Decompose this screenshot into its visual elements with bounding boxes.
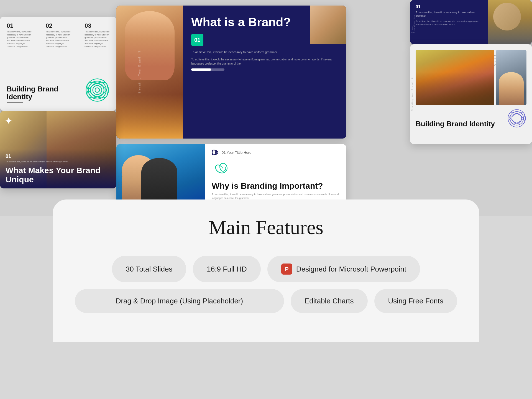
slide-buildright-footer: Building Brand Identity: [416, 109, 526, 128]
badge-full-hd: 16:9 Full HD: [193, 256, 261, 282]
slide-topright-text2: To achieve this, it would be necessary t…: [416, 20, 482, 26]
slide-why-title: Why is Branding Important?: [212, 181, 340, 190]
slide-why-logo: 01.Your Tittle Here: [212, 150, 340, 155]
badge-powerpoint-label: Designed for Microsoft Powerpoint: [296, 265, 406, 273]
slide-why-body: To achieve this, it would be necessary t…: [212, 193, 340, 200]
badge-powerpoint: P Designed for Microsoft Powerpoint: [267, 256, 420, 282]
slide-buildright-photo1: [416, 50, 494, 105]
slide-num-03: 03 To achieve this, it would be necessar…: [85, 22, 110, 48]
badge-total-slides: 30 Total Slides: [112, 256, 186, 282]
svg-point-0: [86, 79, 109, 101]
slide-num-01: 01 To achieve this, it would be necessar…: [7, 22, 32, 48]
features-row-2: Drag & Drop Image (Using Placeholder) Ed…: [75, 289, 457, 313]
slide-side-label: Elevating Your Brand · 3: [138, 50, 141, 93]
svg-point-6: [85, 79, 110, 101]
badge-drag-drop: Drag & Drop Image (Using Placeholder): [75, 289, 284, 313]
slide-brand-small-photo: [310, 6, 346, 44]
slide-why-side-label: Elevating Your Brand · 4: [117, 159, 122, 190]
slide-brand-body2: To achieve this, it would be necessary t…: [191, 57, 338, 66]
bottom-panel: Main Features 30 Total Slides 16:9 Full …: [53, 200, 479, 342]
slide-unique-num: 01: [6, 154, 111, 159]
features-row-1: 30 Total Slides 16:9 Full HD P Designed …: [75, 256, 457, 282]
slide-why-logo-text: 01.Your Tittle Here: [222, 150, 251, 155]
slides-area: 01 To achieve this, it would be necessar…: [0, 0, 532, 216]
progress-bar-fill: [191, 68, 211, 71]
slide-brand-body1: To achieve this, it would be necessary t…: [191, 50, 338, 55]
slide-unique-overlay: 01 To achieve this, it would be necessar…: [0, 149, 116, 188]
slide-brand-content: ✦ What is a Brand? 01 To achieve this, i…: [183, 6, 346, 139]
slide-building-identity: 01 To achieve this, it would be necessar…: [0, 17, 116, 111]
slide-divider: [7, 102, 23, 103]
main-features-title: Main Features: [75, 216, 457, 239]
svg-point-10: [508, 110, 526, 127]
slide-buildright-side-label: Elevating Your Brand · 8: [411, 77, 413, 111]
slide-num-02: 02 To achieve this, it would be necessar…: [46, 22, 71, 48]
slide-buildright-content: 01 To achieve this, it would be necessar…: [410, 44, 532, 144]
badge-editable-charts: Editable Charts: [291, 289, 368, 313]
slide-unique-title: What Makes Your Brand Unique: [6, 166, 111, 184]
slide-nums-row: 01 To achieve this, it would be necessar…: [7, 22, 110, 48]
slide-unique: ✦ 01 To achieve this, it would be necess…: [0, 111, 116, 188]
slide-buildright-title: Building Brand Identity: [416, 120, 495, 128]
slide-why-photo-bg: [116, 144, 205, 205]
slide-what-is-brand: Elevating Your Brand · 3 ✦ What is a Bra…: [116, 6, 346, 139]
badge-free-fonts: Using Free Fonts: [374, 289, 457, 313]
waves-icon: [212, 150, 219, 155]
slide-topright-side-label: Elevating Your Brand: [411, 11, 415, 33]
slide-building-title: Building Brand Identity: [7, 85, 85, 101]
concentric-rings-icon: [85, 78, 110, 103]
slide-topright-photo: [488, 0, 532, 44]
badge-total-slides-label: 30 Total Slides: [126, 265, 173, 273]
slide-unique-num-text: To achieve this, it would be necessary t…: [6, 160, 111, 163]
slide-topright-text1: To achieve this, it would be necessary t…: [416, 11, 482, 17]
slide-topright-content: 01 To achieve this, it would be necessar…: [410, 0, 488, 44]
swirl-icon: [212, 158, 234, 178]
slide-build-right: 01 To achieve this, it would be necessar…: [410, 44, 532, 144]
slide-buildright-photo2: [496, 50, 526, 105]
slide-brand-photo-area: Elevating Your Brand · 3: [116, 6, 183, 139]
slide-topright-num: 01: [416, 4, 482, 9]
slide-buildright-photos: [416, 50, 526, 105]
slide-building-footer: Building Brand Identity: [7, 78, 110, 105]
svg-point-1: [88, 81, 106, 99]
badge-drag-drop-label: Drag & Drop Image (Using Placeholder): [116, 297, 243, 305]
svg-point-12: [512, 114, 522, 123]
progress-bar: [191, 68, 224, 71]
slide-why-content: 01.Your Tittle Here Why is Branding Impo…: [205, 144, 346, 205]
svg-point-4: [95, 88, 99, 92]
badge-full-hd-label: 16:9 Full HD: [207, 265, 247, 273]
concentric-rings-sm-icon: [507, 109, 526, 128]
slide-why-branding: Elevating Your Brand · 4 01.Your Tittle …: [116, 144, 346, 205]
plus-icon: ✦: [4, 115, 13, 127]
slide-why-photo: Elevating Your Brand · 4: [116, 144, 205, 205]
slide-brand-number: 01: [191, 34, 203, 46]
slide-top-right: 01 To achieve this, it would be necessar…: [410, 0, 532, 44]
svg-point-7: [212, 150, 216, 155]
badge-free-fonts-label: Using Free Fonts: [388, 297, 443, 305]
powerpoint-icon: P: [281, 264, 292, 275]
svg-point-3: [93, 86, 102, 94]
slide-brand-photo: [116, 6, 183, 139]
badge-editable-charts-label: Editable Charts: [305, 297, 354, 305]
